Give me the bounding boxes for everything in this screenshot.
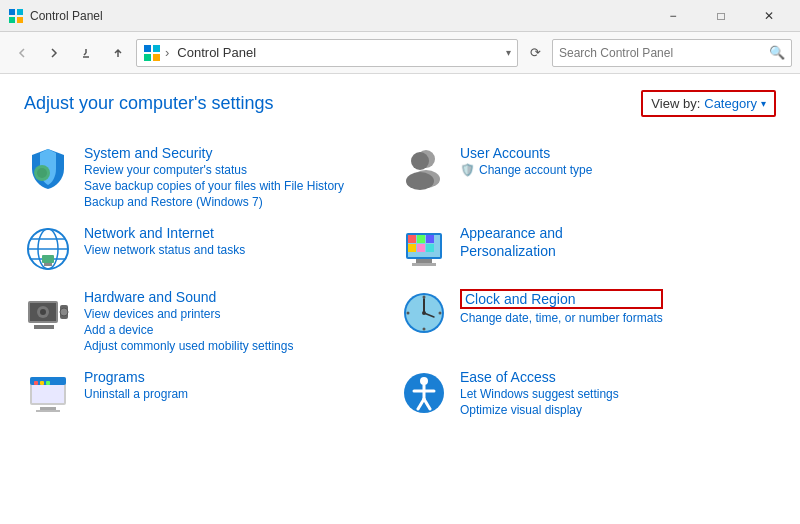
svg-rect-4 [144, 45, 151, 52]
svg-point-43 [423, 296, 426, 299]
search-box[interactable]: 🔍 [552, 39, 792, 67]
hardware-link-3[interactable]: Adjust commonly used mobility settings [84, 339, 293, 353]
user-accounts-link-1[interactable]: Change account type [479, 163, 592, 177]
svg-rect-37 [34, 325, 54, 329]
svg-rect-29 [416, 259, 432, 263]
network-icon [24, 225, 72, 273]
svg-rect-54 [40, 407, 56, 410]
hardware-title[interactable]: Hardware and Sound [84, 289, 293, 305]
clock-region-icon [400, 289, 448, 337]
svg-point-36 [60, 308, 68, 316]
svg-rect-55 [36, 410, 60, 412]
view-by-value[interactable]: Category [704, 96, 757, 111]
hardware-icon [24, 289, 72, 337]
maximize-button[interactable]: □ [698, 0, 744, 32]
network-link-1[interactable]: View network status and tasks [84, 243, 245, 257]
appearance-title[interactable]: Appearance and [460, 225, 563, 241]
system-security-link-1[interactable]: Review your computer's status [84, 163, 344, 177]
svg-rect-2 [9, 17, 15, 23]
appearance-title-2[interactable]: Personalization [460, 243, 563, 259]
category-ease-access: Ease of Access Let Windows suggest setti… [400, 361, 776, 425]
appearance-icon [400, 225, 448, 273]
search-input[interactable] [559, 46, 769, 60]
app-icon [8, 8, 24, 24]
svg-rect-1 [17, 9, 23, 15]
svg-rect-26 [408, 244, 416, 252]
system-security-title[interactable]: System and Security [84, 145, 344, 161]
user-accounts-text: User Accounts 🛡️ Change account type [460, 145, 592, 177]
svg-rect-52 [40, 381, 44, 385]
programs-title[interactable]: Programs [84, 369, 188, 385]
hardware-link-1[interactable]: View devices and printers [84, 307, 293, 321]
refresh-button[interactable]: ⟳ [522, 40, 548, 66]
system-security-link-2[interactable]: Save backup copies of your files with Fi… [84, 179, 344, 193]
svg-rect-24 [417, 235, 425, 243]
svg-rect-5 [153, 45, 160, 52]
view-by-control[interactable]: View by: Category ▾ [641, 90, 776, 117]
system-security-text: System and Security Review your computer… [84, 145, 344, 209]
svg-point-44 [423, 328, 426, 331]
svg-point-34 [40, 309, 46, 315]
svg-rect-25 [426, 235, 434, 243]
categories-grid: System and Security Review your computer… [24, 137, 776, 425]
page-header: Adjust your computer's settings View by:… [24, 90, 776, 117]
address-icon [143, 44, 161, 62]
svg-rect-53 [46, 381, 50, 385]
appearance-text: Appearance and Personalization [460, 225, 563, 259]
network-title[interactable]: Network and Internet [84, 225, 245, 241]
up-button[interactable] [104, 39, 132, 67]
svg-point-45 [407, 312, 410, 315]
recent-button[interactable] [72, 39, 100, 67]
svg-rect-28 [426, 244, 434, 252]
clock-region-title[interactable]: Clock and Region [460, 289, 663, 309]
svg-point-12 [411, 152, 429, 170]
user-accounts-title[interactable]: User Accounts [460, 145, 592, 161]
minimize-button[interactable]: − [650, 0, 696, 32]
svg-rect-51 [34, 381, 38, 385]
system-security-icon [24, 145, 72, 193]
window-title: Control Panel [30, 9, 650, 23]
category-system-security: System and Security Review your computer… [24, 137, 400, 217]
ease-access-text: Ease of Access Let Windows suggest setti… [460, 369, 619, 417]
svg-point-9 [37, 168, 47, 178]
svg-rect-19 [42, 255, 54, 263]
ease-access-link-1[interactable]: Let Windows suggest settings [460, 387, 619, 401]
search-icon[interactable]: 🔍 [769, 45, 785, 60]
address-text: Control Panel [177, 45, 502, 60]
category-clock-region: Clock and Region Change date, time, or n… [400, 281, 776, 361]
close-button[interactable]: ✕ [746, 0, 792, 32]
nav-bar: › Control Panel ▾ ⟳ 🔍 [0, 32, 800, 74]
programs-link-1[interactable]: Uninstall a program [84, 387, 188, 401]
hardware-link-2[interactable]: Add a device [84, 323, 293, 337]
address-dropdown[interactable]: ▾ [506, 47, 511, 58]
user-accounts-icon [400, 145, 448, 193]
ease-access-link-2[interactable]: Optimize visual display [460, 403, 619, 417]
category-user-accounts: User Accounts 🛡️ Change account type [400, 137, 776, 217]
svg-point-13 [406, 172, 434, 190]
svg-rect-0 [9, 9, 15, 15]
back-button[interactable] [8, 39, 36, 67]
hardware-text: Hardware and Sound View devices and prin… [84, 289, 293, 353]
svg-rect-6 [144, 54, 151, 61]
svg-rect-30 [412, 263, 436, 266]
programs-icon [24, 369, 72, 417]
clock-region-link-1[interactable]: Change date, time, or number formats [460, 311, 663, 325]
ease-access-title[interactable]: Ease of Access [460, 369, 619, 385]
svg-rect-20 [44, 263, 52, 266]
network-text: Network and Internet View network status… [84, 225, 245, 257]
svg-point-46 [439, 312, 442, 315]
view-by-arrow[interactable]: ▾ [761, 98, 766, 109]
address-bar[interactable]: › Control Panel ▾ [136, 39, 518, 67]
main-content: Adjust your computer's settings View by:… [0, 74, 800, 441]
category-network: Network and Internet View network status… [24, 217, 400, 281]
programs-text: Programs Uninstall a program [84, 369, 188, 401]
category-programs: Programs Uninstall a program [24, 361, 400, 425]
ease-access-icon [400, 369, 448, 417]
svg-rect-7 [153, 54, 160, 61]
title-bar: Control Panel − □ ✕ [0, 0, 800, 32]
svg-rect-27 [417, 244, 425, 252]
system-security-link-3[interactable]: Backup and Restore (Windows 7) [84, 195, 344, 209]
svg-rect-23 [408, 235, 416, 243]
forward-button[interactable] [40, 39, 68, 67]
category-hardware: Hardware and Sound View devices and prin… [24, 281, 400, 361]
